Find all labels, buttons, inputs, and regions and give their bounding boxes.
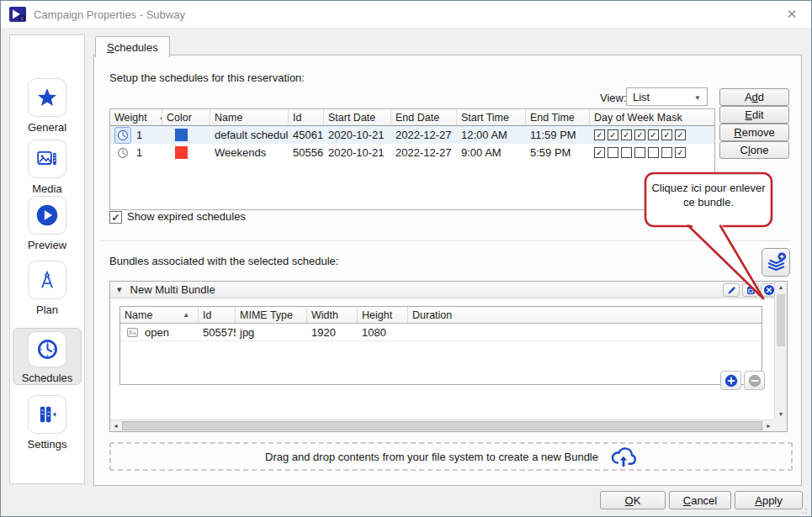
start-time-cell: 9:00 AM: [457, 144, 526, 161]
tab-schedules[interactable]: Schedules: [95, 36, 170, 57]
scrollbar-thumb[interactable]: [122, 421, 762, 430]
vertical-scrollbar[interactable]: ▲ ▼: [774, 282, 787, 419]
add-bundle-button[interactable]: [762, 248, 790, 277]
pencil-icon: [726, 285, 737, 296]
ok-button[interactable]: OK: [600, 491, 666, 509]
apply-button[interactable]: Apply: [735, 491, 803, 509]
weight-value: 1: [136, 129, 142, 141]
sidebar-item-general[interactable]: General: [13, 76, 82, 134]
sidebar-item-preview[interactable]: Preview: [13, 193, 82, 251]
day-checkbox-checked[interactable]: ✓: [634, 129, 645, 140]
collapse-icon: ▾: [117, 284, 122, 295]
name-cell: default schedule: [210, 126, 289, 144]
end-time-cell: 5:59 PM: [526, 144, 590, 161]
column-header-name[interactable]: Name▲: [120, 307, 199, 323]
name-cell-value: default schedule: [215, 129, 289, 141]
chevron-down-icon: ▼: [694, 94, 701, 102]
schedules-table-header: Weight▲ Color Name Id Start Date End Dat…: [110, 109, 714, 126]
id-cell-value: 450613: [293, 129, 324, 141]
day-checkbox-unchecked[interactable]: [648, 147, 659, 158]
add-content-button[interactable]: [720, 371, 741, 390]
add-button[interactable]: Add: [719, 88, 789, 106]
cancel-button[interactable]: Cancel: [669, 491, 731, 509]
column-header-color[interactable]: Color: [162, 109, 210, 125]
column-header-id[interactable]: Id: [199, 307, 236, 323]
content-width-cell: 1920: [307, 324, 358, 340]
sidebar-item-label: Schedules: [22, 372, 73, 384]
setup-schedules-label: Setup the schedules for this reservation…: [109, 71, 305, 84]
day-checkbox-checked[interactable]: ✓: [661, 129, 672, 140]
horizontal-scrollbar[interactable]: ◄ ►: [110, 419, 774, 431]
color-swatch: [175, 146, 188, 159]
day-checkbox-unchecked[interactable]: [608, 147, 618, 158]
start-date-cell: 2020-10-21: [324, 144, 391, 161]
column-header-end-date[interactable]: End Date: [391, 109, 457, 125]
sidebar-item-label: General: [28, 121, 66, 134]
column-header-mime-type[interactable]: MIME Type: [236, 307, 307, 323]
column-header-day-of-week-mask[interactable]: Day of Week Mask: [590, 109, 715, 125]
copy-bundle-button[interactable]: [742, 283, 759, 297]
column-header-height[interactable]: Height: [358, 307, 408, 323]
column-header-end-time[interactable]: End Time: [526, 109, 590, 125]
view-dropdown[interactable]: List ▼: [626, 87, 708, 106]
color-swatch: [175, 129, 188, 141]
bundle-panel: ▾ New Multi Bundle Name▲ Id MIME Type Wi…: [109, 281, 788, 432]
column-header-weight[interactable]: Weight▲: [110, 109, 162, 125]
day-checkbox-checked[interactable]: ✓: [621, 129, 632, 140]
scroll-left-icon[interactable]: ◄: [110, 423, 121, 429]
tab-label: S: [107, 41, 114, 54]
content-duration-cell: [408, 324, 762, 340]
day-checkbox-checked[interactable]: ✓: [594, 147, 605, 158]
column-header-start-date[interactable]: Start Date: [324, 109, 391, 125]
clone-button[interactable]: Clone: [719, 141, 789, 159]
resize-grip[interactable]: [799, 504, 808, 513]
schedule-row[interactable]: 1Weekends5055632020-10-212022-12-279:00 …: [110, 144, 714, 161]
bundles-associated-label: Bundles associated with the selected sch…: [109, 255, 338, 267]
id-cell: 505563: [289, 144, 324, 161]
edit-bundle-button[interactable]: [723, 283, 740, 297]
column-header-width[interactable]: Width: [307, 307, 358, 323]
sidebar-item-settings[interactable]: Settings: [13, 393, 82, 451]
bundle-dropzone[interactable]: Drag and drop contents from your file sy…: [109, 442, 793, 471]
scroll-down-icon[interactable]: ▼: [775, 409, 787, 419]
bundle-content-row[interactable]: open505575jpg19201080: [120, 324, 762, 341]
scroll-up-icon[interactable]: ▲: [775, 282, 787, 293]
bundle-title: New Multi Bundle: [130, 283, 215, 296]
scroll-right-icon[interactable]: ►: [763, 423, 774, 429]
day-checkbox-checked[interactable]: ✓: [594, 129, 605, 140]
column-header-start-time[interactable]: Start Time: [457, 109, 526, 125]
sidebar-item-media[interactable]: Media: [13, 137, 82, 195]
day-checkbox-unchecked[interactable]: [621, 147, 632, 158]
content-name-value: open: [145, 326, 169, 339]
close-icon[interactable]: ✕: [783, 5, 801, 24]
color-cell: [162, 126, 210, 144]
day-checkbox-checked[interactable]: ✓: [608, 129, 618, 140]
edit-button[interactable]: Edit: [719, 106, 789, 124]
day-checkbox-unchecked[interactable]: [661, 147, 672, 158]
remove-content-button[interactable]: [744, 371, 765, 390]
sidebar-item-plan[interactable]: Plan: [13, 258, 82, 316]
column-header-name[interactable]: Name: [210, 109, 289, 125]
section-divider: [101, 240, 791, 241]
color-cell: [162, 144, 210, 161]
minus-circle-icon: [748, 374, 762, 388]
sort-ascending-icon: ▲: [183, 311, 189, 319]
scrollbar-thumb[interactable]: [777, 294, 785, 346]
day-checkbox-checked[interactable]: ✓: [675, 129, 686, 140]
window-title: Campaign Properties - Subway: [34, 8, 185, 21]
show-expired-label: Show expired schedules: [127, 210, 246, 223]
column-header-duration[interactable]: Duration: [408, 307, 762, 323]
name-cell: Weekends: [210, 144, 289, 161]
day-checkbox-checked[interactable]: ✓: [648, 129, 659, 140]
day-checkbox-checked[interactable]: ✓: [675, 147, 686, 158]
sidebar: General Media Preview Plan Schedules: [9, 34, 85, 484]
schedule-row[interactable]: 1default schedule4506132020-10-212022-12…: [110, 126, 714, 144]
settings-icon: [28, 395, 66, 434]
show-expired-checkbox[interactable]: ✓: [109, 211, 122, 224]
bundle-panel-header[interactable]: ▾ New Multi Bundle: [110, 282, 775, 298]
start-time-cell-value: 9:00 AM: [461, 146, 502, 159]
column-header-id[interactable]: Id: [289, 109, 324, 125]
sidebar-item-schedules[interactable]: Schedules: [13, 328, 82, 385]
day-checkbox-unchecked[interactable]: [634, 147, 645, 158]
remove-button[interactable]: Remove: [719, 124, 789, 141]
